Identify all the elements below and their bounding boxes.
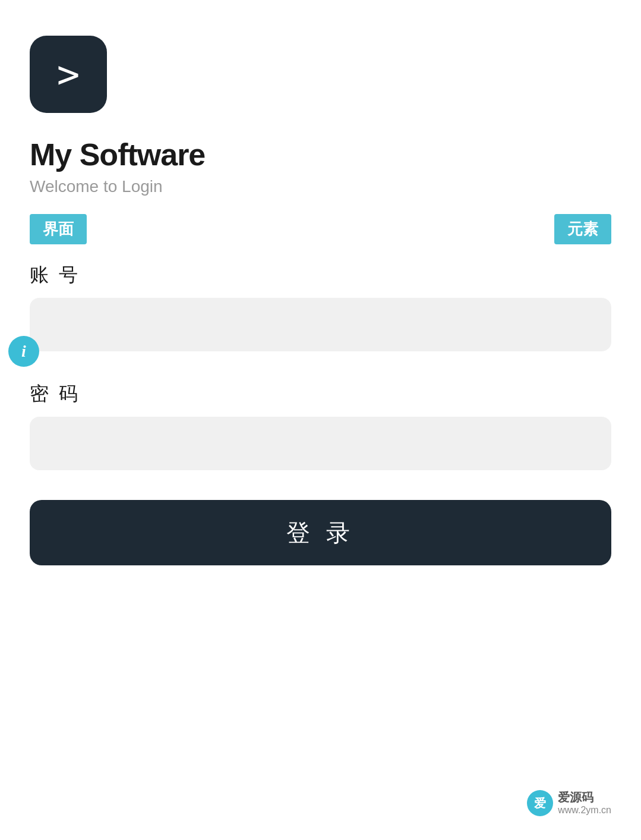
section-tags: 界面 元素 xyxy=(30,214,611,244)
logo-box: > xyxy=(30,36,107,113)
watermark-text: 爱源码 www.2ym.cn xyxy=(558,790,611,816)
app-title: My Software xyxy=(30,137,611,172)
watermark-url: www.2ym.cn xyxy=(558,804,611,816)
login-form: 账 号 i 密 码 登 录 xyxy=(30,262,611,565)
login-button[interactable]: 登 录 xyxy=(30,500,611,565)
password-field-group: 密 码 xyxy=(30,381,611,470)
tag-interface: 界面 xyxy=(30,214,87,244)
watermark-brand: 爱源码 xyxy=(558,790,611,804)
account-label: 账 号 xyxy=(30,262,611,288)
account-field-group: 账 号 i xyxy=(30,262,611,351)
password-input[interactable] xyxy=(30,417,611,470)
tag-element: 元素 xyxy=(554,214,611,244)
info-icon: i xyxy=(8,336,39,367)
logo-container: > xyxy=(30,36,611,113)
account-input[interactable] xyxy=(30,298,611,351)
watermark: 爱 爱源码 www.2ym.cn xyxy=(527,790,611,816)
app-subtitle: Welcome to Login xyxy=(30,177,611,196)
password-label: 密 码 xyxy=(30,381,611,407)
logo-symbol: > xyxy=(57,55,80,93)
page-container: > My Software Welcome to Login 界面 元素 账 号… xyxy=(0,0,641,840)
watermark-logo-icon: 爱 xyxy=(527,790,553,816)
